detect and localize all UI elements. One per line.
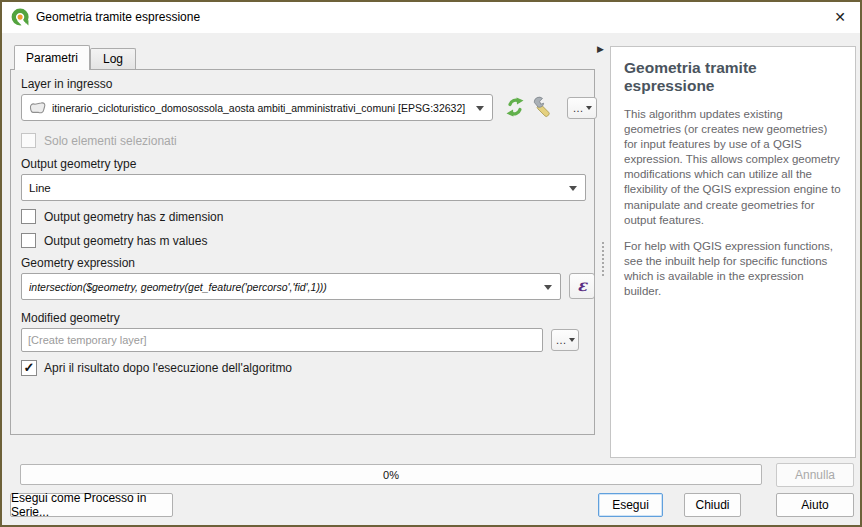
modified-geometry-browse-button[interactable]: … xyxy=(551,329,579,351)
chevron-down-icon xyxy=(544,285,552,290)
geometry-expression-value: intersection($geometry, geometry(get_fea… xyxy=(29,274,536,299)
modified-geometry-input[interactable] xyxy=(21,328,543,352)
window-title: Geometria tramite espressione xyxy=(36,10,200,24)
ellipsis-icon: … xyxy=(573,104,584,112)
chevron-down-icon xyxy=(586,106,592,110)
input-layer-combobox[interactable]: itinerario_cicloturistico_domosossola_ao… xyxy=(21,94,493,121)
tab-parametri[interactable]: Parametri xyxy=(14,45,90,70)
dialog-geometry-by-expression: Geometria tramite espressione ✕ Parametr… xyxy=(0,0,862,527)
help-button[interactable]: Aiuto xyxy=(776,493,854,517)
help-title: Geometria tramite espressione xyxy=(624,59,842,96)
run-as-batch-button[interactable]: Esegui come Processo in Serie... xyxy=(10,493,173,517)
input-layer-label: Layer in ingresso xyxy=(21,77,112,91)
output-geometry-type-combobox[interactable]: Line xyxy=(21,174,586,201)
polygon-layer-icon xyxy=(28,100,48,116)
help-panel: Geometria tramite espressione This algor… xyxy=(610,46,856,458)
output-geometry-type-label: Output geometry type xyxy=(21,157,136,171)
chevron-down-icon xyxy=(569,338,575,342)
help-paragraph: For help with QGIS expression functions,… xyxy=(624,239,842,300)
output-geometry-type-value: Line xyxy=(29,175,561,200)
title-bar: Geometria tramite espressione ✕ xyxy=(2,2,860,33)
selected-features-only-label: Solo elementi selezionati xyxy=(44,134,177,148)
modified-geometry-label: Modified geometry xyxy=(21,311,120,325)
iterate-over-layer-icon[interactable] xyxy=(503,95,527,119)
open-output-label: Apri il risultato dopo l'esecuzione dell… xyxy=(44,361,292,375)
close-button[interactable]: Chiudi xyxy=(684,493,741,517)
splitter-handle[interactable] xyxy=(602,242,604,276)
chevron-down-icon xyxy=(569,186,577,191)
selected-features-only-checkbox xyxy=(21,133,36,148)
epsilon-expression-icon: ε xyxy=(577,278,587,294)
collapse-help-arrow-icon[interactable]: ▶ xyxy=(597,44,604,54)
chevron-down-icon xyxy=(476,106,484,111)
input-layer-value: itinerario_cicloturistico_domosossola_ao… xyxy=(52,95,468,120)
help-paragraph: This algorithm updates existing geometri… xyxy=(624,107,842,228)
advanced-options-wrench-icon[interactable] xyxy=(531,95,555,119)
geometry-expression-label: Geometry expression xyxy=(21,256,135,270)
z-dimension-checkbox[interactable] xyxy=(21,209,36,224)
cancel-button: Annulla xyxy=(776,463,854,487)
z-dimension-label: Output geometry has z dimension xyxy=(44,210,223,224)
tab-log[interactable]: Log xyxy=(90,48,136,69)
expression-builder-button[interactable]: ε xyxy=(569,273,595,299)
run-button[interactable]: Esegui xyxy=(598,493,663,517)
m-values-label: Output geometry has m values xyxy=(44,234,207,248)
progress-bar: 0% xyxy=(20,464,762,485)
parameters-panel: Layer in ingresso itinerario_cicloturist… xyxy=(10,69,595,435)
m-values-checkbox[interactable] xyxy=(21,233,36,248)
open-output-checkbox[interactable]: ✓ xyxy=(21,360,37,376)
ellipsis-icon: … xyxy=(556,336,567,344)
qgis-logo-icon xyxy=(11,8,30,27)
geometry-expression-combobox[interactable]: intersection($geometry, geometry(get_fea… xyxy=(21,273,561,300)
close-icon[interactable]: ✕ xyxy=(834,8,846,26)
input-layer-browse-button[interactable]: … xyxy=(567,97,597,119)
